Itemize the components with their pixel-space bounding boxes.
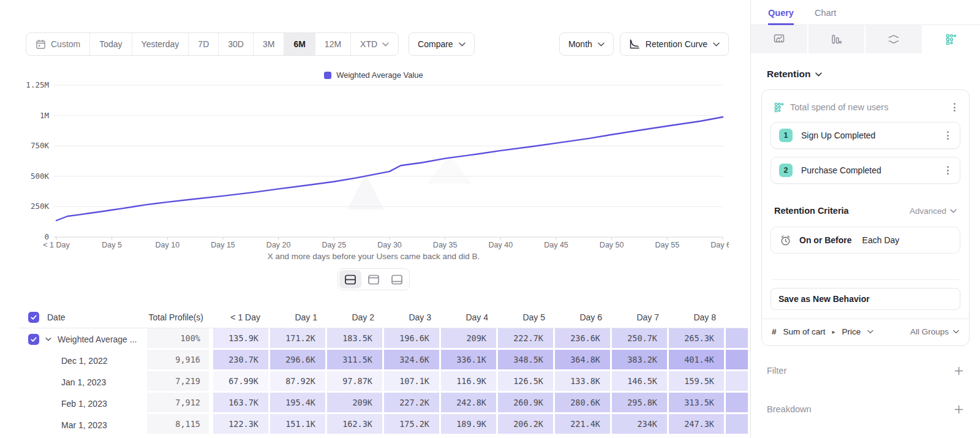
date-range-group: CustomTodayYesterday7D30D3M6M12MXTD	[26, 32, 399, 56]
retention-value-cell: 206.2K	[498, 414, 555, 436]
date-range-label: 7D	[198, 39, 209, 49]
svg-text:0: 0	[44, 232, 49, 241]
table-row: Mar 1, 20238,115122.3K151.1K162.3K175.2K…	[18, 414, 748, 436]
svg-text:Day 50: Day 50	[600, 241, 624, 249]
panel-content: Retention Total spend of new users 1Sign…	[751, 69, 980, 414]
retention-value-cell: 280.6K	[555, 393, 612, 414]
retention-value-cell: 151.1K	[270, 414, 327, 436]
date-range-custom[interactable]: Custom	[26, 33, 89, 55]
chevron-down-icon	[598, 42, 605, 47]
retention-value-cell: 296.6K	[270, 350, 327, 371]
retention-value-cell: 236.6K	[555, 328, 612, 350]
tab-chart[interactable]: Chart	[815, 8, 836, 25]
funnel-icon[interactable]	[809, 25, 866, 53]
date-range-3m[interactable]: 3M	[253, 33, 284, 55]
row-label: Weighted Average ...	[58, 334, 137, 344]
date-range-yesterday[interactable]: Yesterday	[132, 33, 189, 55]
check-icon	[30, 314, 37, 321]
metric-dropdown[interactable]: # Sum of cart ▸ Price	[772, 327, 873, 336]
compare-button[interactable]: Compare	[409, 32, 475, 56]
alarm-clock-icon	[780, 235, 791, 246]
kebab-menu-icon[interactable]	[943, 129, 952, 142]
split-view-icon	[344, 274, 356, 285]
behavior-step[interactable]: 2Purchase Completed	[771, 157, 960, 184]
column-header: Date	[18, 306, 147, 328]
insights-icon[interactable]	[751, 25, 809, 53]
date-range-30d[interactable]: 30D	[218, 33, 253, 55]
clipped-value-cell	[726, 350, 748, 371]
tab-query[interactable]: Query	[768, 8, 794, 25]
flows-icon[interactable]	[865, 25, 923, 53]
date-range-label: 3M	[263, 39, 274, 49]
card-divider	[772, 279, 959, 280]
retention-value-cell: 183.5K	[327, 328, 384, 350]
chevron-down-icon	[382, 42, 389, 47]
clipped-value-cell	[726, 393, 748, 414]
chart-type-button[interactable]: Retention Curve	[620, 32, 729, 56]
retention-value-cell: 97.87K	[327, 371, 384, 393]
date-range-label: 12M	[325, 39, 341, 49]
clipped-value-cell	[726, 414, 748, 436]
checkbox[interactable]	[28, 334, 39, 345]
column-header: Day 1	[270, 306, 327, 328]
behavior-step[interactable]: 1Sign Up Completed	[771, 122, 960, 149]
date-range-12m[interactable]: 12M	[315, 33, 350, 55]
retention-chart: 0250K500K750K1M1.25M< 1 DayDay 5Day 10Da…	[18, 81, 729, 253]
table-only-toggle[interactable]	[386, 270, 408, 289]
criteria-mode-label: Advanced	[910, 206, 946, 216]
date-range-xtd[interactable]: XTD	[350, 33, 398, 55]
chevron-down-icon	[815, 72, 822, 77]
date-range-today[interactable]: Today	[89, 33, 131, 55]
layout-toggle-group	[337, 268, 410, 290]
kebab-menu-icon[interactable]	[943, 164, 952, 177]
add-breakdown-button[interactable]	[954, 405, 963, 414]
retention-value-cell: 364.8K	[555, 350, 612, 371]
save-as-new-behavior-button[interactable]: Save as New Behavior	[771, 288, 960, 310]
granularity-label: Month	[568, 39, 592, 49]
criteria-timing-card[interactable]: On or Before Each Day	[771, 227, 960, 254]
add-filter-button[interactable]	[954, 366, 963, 376]
chart-only-toggle[interactable]	[363, 270, 385, 289]
clipped-value-cell	[726, 371, 748, 393]
behavior-card-body: Total spend of new users 1Sign Up Comple…	[762, 90, 969, 319]
retention-value-cell: 265.3K	[669, 328, 726, 350]
groups-dropdown[interactable]: All Groups	[910, 327, 959, 336]
metric-event-label: Sum of cart	[783, 327, 826, 336]
retention-criteria-label: Retention Criteria	[774, 206, 849, 216]
step-number-badge: 1	[779, 129, 793, 142]
behavior-header[interactable]: Total spend of new users	[771, 99, 960, 114]
column-header: Day 2	[327, 306, 384, 328]
date-range-7d[interactable]: 7D	[188, 33, 218, 55]
svg-text:Day 30: Day 30	[377, 241, 402, 249]
retention-mini-icon	[774, 102, 784, 112]
retention-value-cell: 222.7K	[498, 328, 555, 350]
step-event-label: Purchase Completed	[801, 165, 935, 175]
retention-value-cell: 126.5K	[498, 371, 555, 393]
svg-text:Day 15: Day 15	[211, 241, 235, 249]
checkbox[interactable]	[28, 312, 39, 323]
svg-text:500K: 500K	[31, 172, 50, 181]
behavior-steps: 1Sign Up Completed2Purchase Completed	[771, 122, 960, 184]
breakdown-section: Breakdown	[761, 404, 970, 414]
legend-swatch	[324, 72, 331, 79]
split-view-toggle[interactable]	[339, 270, 361, 289]
column-header-label: Date	[47, 312, 66, 322]
retention-section-toggle[interactable]: Retention	[767, 69, 970, 80]
behavior-card: Total spend of new users 1Sign Up Comple…	[761, 89, 970, 346]
chevron-down-icon	[950, 209, 957, 213]
svg-text:Day 40: Day 40	[489, 241, 513, 249]
chevron-down-icon	[713, 42, 720, 47]
total-profiles-cell: 7,912	[147, 393, 213, 414]
retention-section-label: Retention	[767, 69, 810, 80]
kebab-menu-icon[interactable]	[950, 100, 959, 114]
step-number-badge: 2	[779, 164, 793, 177]
column-header: Day 7	[612, 306, 669, 328]
retention-value-cell: 189.9K	[441, 414, 498, 436]
tab-chart-label: Chart	[815, 8, 836, 18]
retention-value-cell: 295.8K	[612, 393, 669, 414]
granularity-button[interactable]: Month	[559, 32, 614, 56]
criteria-mode-dropdown[interactable]: Advanced	[910, 206, 957, 216]
date-range-6m[interactable]: 6M	[284, 33, 314, 55]
row-label: Mar 1, 2023	[61, 420, 107, 430]
retention-icon[interactable]	[923, 25, 980, 53]
